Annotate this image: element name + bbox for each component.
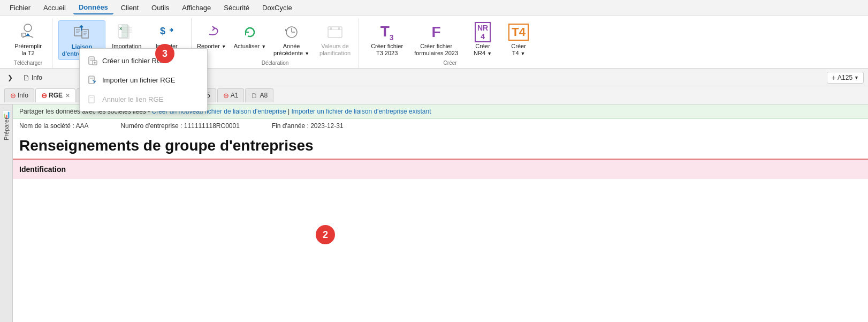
tab-a1-icon: ⊖ [223,92,229,100]
creer-nr4-button[interactable]: NR4 CréerNR4 ▼ [464,20,501,59]
annee-precedente-button[interactable]: Annéeprécédente ▼ [270,20,313,59]
svg-rect-32 [89,76,94,84]
callout-3: 3 [155,44,174,63]
svg-rect-22 [328,27,342,38]
creer-t4-button[interactable]: T4 CréerT4 ▼ [502,20,535,59]
menubar-accueil[interactable]: Accueil [38,2,71,14]
tab-rge[interactable]: ⊖ RGE ✕ [35,88,75,102]
tab-a8[interactable]: 🗋 A8 [245,88,273,102]
liaison-icon [72,23,92,42]
svg-text:$: $ [160,26,165,36]
import-liaison-link[interactable]: Importer un fichier de liaison d'entrepr… [291,108,431,115]
section-identification: Identification [13,160,868,179]
menu-item-creer-rge[interactable]: Créer un fichier RGE [80,51,207,70]
nr4-icon: NR4 [473,23,492,42]
annee-label: Annéeprécédente ▼ [273,43,309,57]
menubar-outils[interactable]: Outils [146,2,174,14]
page-title: Renseignements de groupe d'entreprises [13,133,868,160]
t3-icon: T3 [377,23,397,42]
svg-rect-3 [74,27,82,36]
company-nom: Nom de la société : AAA [19,122,88,130]
callout-2: 2 [316,225,335,244]
svg-text:≡: ≡ [22,33,24,36]
telecharger-group-label: Télécharger [6,59,50,68]
ribbon-btns-creer: T3 Créer fichierT3 2023 F Créer fichierf… [361,20,539,59]
svg-rect-34 [89,95,94,103]
reporter-button[interactable]: Reporter ▼ [194,20,230,52]
svg-rect-25 [338,27,340,30]
menubar-affichage[interactable]: Affichage [177,2,216,14]
tab-info-label: Info [18,92,28,99]
content-area: Partager les données avec les sociétés l… [13,104,868,322]
actualiser-icon [240,23,260,42]
creer-t4-label: CréerT4 ▼ [511,43,526,57]
creer-formulaires-button[interactable]: F Créer fichierformulaires 2023 [409,20,463,59]
tab-rge-label: RGE [49,92,63,99]
creer-t3-label: Créer fichierT3 2023 [371,43,403,57]
info-toolbar-btn[interactable]: 🗋 Info [19,72,45,83]
svg-point-0 [24,24,32,32]
igrf-icon: $ [157,23,176,42]
creer-group-label: Créer [361,59,539,68]
a125-dropdown-btn[interactable]: + A125 ▼ [827,72,864,84]
tab-a1-label: A1 [231,92,239,99]
collapse-button[interactable]: ❯ [4,73,16,83]
menu-item-importer-rge[interactable]: Importer un fichier RGE [80,70,207,89]
menu-importer-rge-label: Importer un fichier RGE [102,76,176,84]
doc-icon: 🗋 [22,73,30,82]
sidebar-left: 📊 Préparer [0,104,13,322]
t4-icon: T4 [509,23,528,42]
annee-icon [282,23,301,42]
company-fin: Fin d'année : 2023-12-31 [272,122,344,130]
svg-rect-13 [121,25,128,38]
tab-a8-label: A8 [260,92,268,99]
menubar-donnees[interactable]: Données [73,1,113,14]
info-toolbar-label: Info [32,74,42,81]
ribbon-group-creer: T3 Créer fichierT3 2023 F Créer fichierf… [359,18,541,68]
ribbon-group-telecharger: ≡ Préremplirla T2 Télécharger [4,18,52,68]
actualiser-label: Actualiser ▼ [234,43,266,50]
menubar-fichier[interactable]: Fichier [4,2,36,14]
tab-rge-icon: ⊖ [41,92,47,100]
tab-info-icon: ⊖ [10,92,16,100]
menubar-doxcycle[interactable]: DoxCycle [257,2,298,14]
menubar-client[interactable]: Client [116,2,144,14]
tab-a8-icon: 🗋 [251,92,258,100]
menubar: Fichier Accueil Données Client Outils Af… [0,0,868,16]
svg-text:X: X [119,26,123,31]
sidebar-icon-prepare[interactable]: Préparer [1,124,12,134]
ribbon-btns-declaration: Reporter ▼ Actualiser ▼ [194,20,356,59]
rge-create-icon [87,55,98,66]
svg-rect-24 [330,27,332,30]
excel-icon: X [117,23,136,42]
f-icon: F [427,23,446,42]
main-layout: 📊 Préparer Partager les données avec les… [0,104,868,322]
creer-formulaires-label: Créer fichierformulaires 2023 [414,43,458,57]
tab-a1[interactable]: ⊖ A1 [217,88,245,102]
ribbon-btns-telecharger: ≡ Préremplirla T2 [6,20,50,59]
chevron-down-icon: ▼ [854,75,859,80]
valeurs-label: Valeurs deplanification [319,43,351,57]
menubar-securite[interactable]: Sécurité [218,2,255,14]
rge-cancel-icon [87,94,98,104]
preremplir-button[interactable]: ≡ Préremplirla T2 [11,20,45,59]
valeurs-icon [325,23,345,42]
creer-nr4-label: CréerNR4 ▼ [474,43,492,57]
valeurs-planification-button: Valeurs deplanification [314,20,356,59]
chevron-left-icon: ❯ [7,74,13,81]
dropdown-menu: Créer un fichier RGE Importer un fichier… [79,48,208,111]
ribbon-group-declaration: Reporter ▼ Actualiser ▼ [192,18,359,68]
creer-t3-button[interactable]: T3 Créer fichierT3 2023 [366,20,408,59]
declaration-group-label: Déclaration [194,59,356,68]
rge-import-icon [87,74,98,85]
add-icon: + [832,73,836,82]
company-numero: Numéro d'entreprise : 111111118RC0001 [120,122,239,130]
tab-rge-close[interactable]: ✕ [65,93,70,99]
preremp-icon: ≡ [18,23,37,42]
a125-label: A125 [837,74,852,81]
company-info: Nom de la société : AAA Numéro d'entrepr… [13,119,868,133]
reporter-icon [202,23,221,42]
actualiser-button[interactable]: Actualiser ▼ [231,20,269,52]
menu-annuler-rge-label: Annuler le lien RGE [102,95,163,103]
tab-info[interactable]: ⊖ Info [4,88,34,102]
